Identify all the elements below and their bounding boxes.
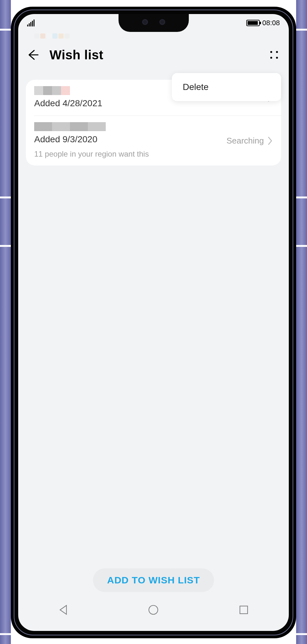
item-status-label: Searching bbox=[226, 136, 264, 146]
clock: 08:08 bbox=[262, 19, 280, 27]
system-nav-bar bbox=[18, 598, 289, 623]
add-to-wishlist-button[interactable]: ADD TO WISH LIST bbox=[93, 568, 214, 592]
screen: 08:08 Wish list bbox=[18, 14, 289, 631]
svg-rect-1 bbox=[240, 606, 248, 614]
phone-left-edge bbox=[0, 0, 11, 644]
item-subtext: 11 people in your region want this bbox=[34, 150, 273, 159]
phone-frame: 08:08 Wish list bbox=[11, 7, 296, 638]
app-thumbnail-blurred bbox=[34, 122, 273, 131]
page-title: Wish list bbox=[50, 48, 104, 62]
nav-recent-icon[interactable] bbox=[237, 603, 250, 618]
battery-icon bbox=[246, 20, 260, 26]
item-status: Searching bbox=[226, 136, 273, 146]
chevron-right-icon bbox=[267, 136, 273, 145]
app-header: Wish list bbox=[18, 41, 289, 69]
nav-back-icon[interactable] bbox=[57, 603, 70, 618]
notch bbox=[119, 14, 189, 32]
phone-right-edge bbox=[296, 0, 307, 644]
overflow-menu: Delete bbox=[172, 73, 281, 101]
signal-icon bbox=[27, 19, 35, 26]
recent-apps-blurred bbox=[34, 33, 70, 40]
back-icon[interactable] bbox=[27, 48, 39, 61]
wishlist-item[interactable]: Added 9/3/2020 Searching 11 people in yo… bbox=[34, 115, 281, 166]
svg-point-0 bbox=[149, 605, 158, 614]
nav-home-icon[interactable] bbox=[147, 603, 160, 618]
delete-menu-item[interactable]: Delete bbox=[183, 82, 270, 92]
more-icon[interactable] bbox=[268, 48, 280, 61]
